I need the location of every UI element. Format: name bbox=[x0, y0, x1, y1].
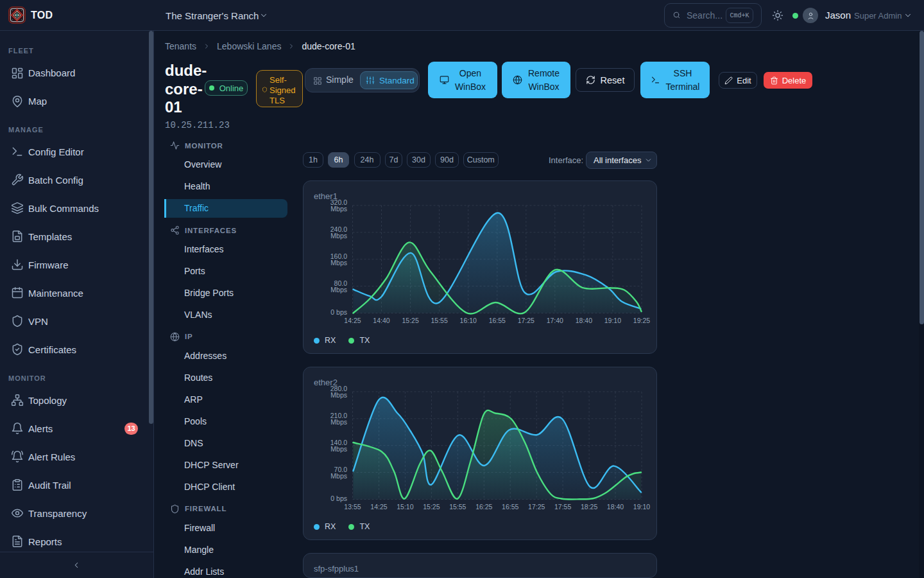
svg-text:16:10: 16:10 bbox=[460, 317, 477, 324]
svg-text:Mbps: Mbps bbox=[330, 286, 347, 293]
svg-text:Mbps: Mbps bbox=[330, 472, 347, 480]
svg-text:17:40: 17:40 bbox=[547, 317, 563, 324]
svg-text:Mbps: Mbps bbox=[330, 232, 347, 240]
svg-text:19:10: 19:10 bbox=[633, 503, 650, 511]
svg-text:16:25: 16:25 bbox=[475, 503, 492, 511]
svg-text:14:40: 14:40 bbox=[373, 317, 389, 324]
svg-text:0 bps: 0 bps bbox=[330, 308, 347, 316]
svg-text:17:25: 17:25 bbox=[528, 503, 545, 511]
svg-text:14:25: 14:25 bbox=[370, 503, 387, 511]
svg-text:15:55: 15:55 bbox=[431, 317, 447, 324]
svg-text:15:25: 15:25 bbox=[402, 317, 418, 324]
svg-text:18:25: 18:25 bbox=[581, 503, 597, 511]
svg-text:15:25: 15:25 bbox=[423, 503, 440, 511]
svg-text:15:55: 15:55 bbox=[449, 503, 466, 511]
svg-text:Mbps: Mbps bbox=[330, 445, 347, 453]
svg-text:18:40: 18:40 bbox=[607, 503, 624, 511]
svg-text:13:55: 13:55 bbox=[344, 503, 361, 511]
svg-text:15:10: 15:10 bbox=[397, 503, 413, 511]
svg-text:Mbps: Mbps bbox=[330, 391, 347, 399]
svg-text:16:55: 16:55 bbox=[502, 503, 518, 511]
svg-text:17:25: 17:25 bbox=[518, 317, 535, 324]
svg-text:Mbps: Mbps bbox=[330, 205, 347, 213]
svg-text:Mbps: Mbps bbox=[330, 418, 347, 426]
svg-text:0 bps: 0 bps bbox=[330, 495, 347, 502]
svg-text:17:55: 17:55 bbox=[554, 503, 571, 511]
svg-text:14:25: 14:25 bbox=[344, 317, 361, 324]
svg-text:19:25: 19:25 bbox=[633, 317, 650, 324]
svg-text:Mbps: Mbps bbox=[330, 259, 347, 267]
svg-text:18:40: 18:40 bbox=[576, 317, 592, 324]
svg-text:19:10: 19:10 bbox=[604, 317, 621, 324]
svg-text:16:55: 16:55 bbox=[489, 317, 506, 324]
